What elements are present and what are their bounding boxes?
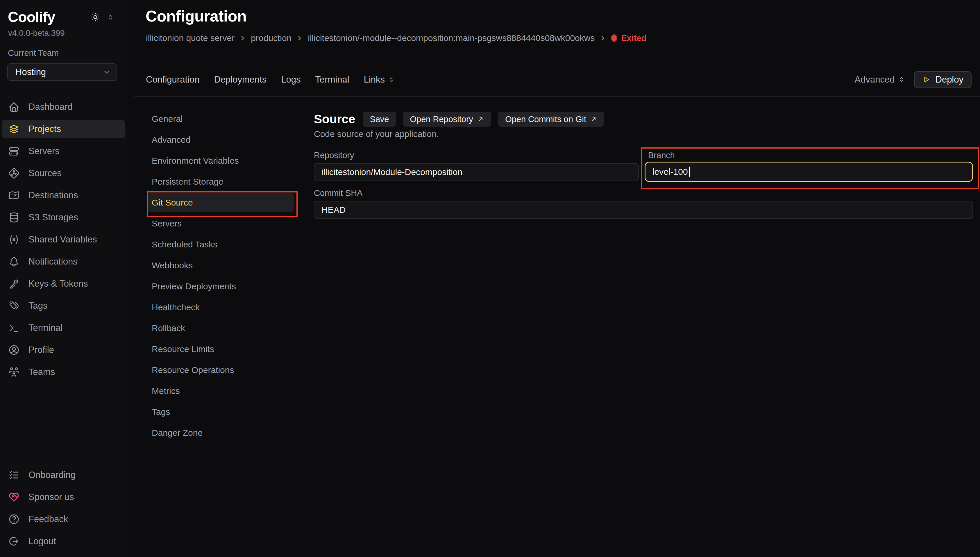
save-button[interactable]: Save [363,112,396,127]
status-dot-icon [611,34,617,42]
arrow-up-right-icon [477,116,484,123]
play-icon [922,75,931,84]
commit-sha-input[interactable]: HEAD [314,201,973,219]
chevrons-up-down-icon [898,76,905,83]
tab-links[interactable]: Links [364,75,395,85]
subnav-item-resource-operations[interactable]: Resource Operations [148,361,294,379]
subnav-item-git-source[interactable]: Git Source [148,193,294,212]
arrow-up-right-icon [590,116,597,123]
sidebar-item-keys-tokens[interactable]: Keys & Tokens [2,275,125,292]
source-heading: Source [314,112,355,126]
sidebar-item-projects[interactable]: Projects [2,121,125,138]
sidebar-item-label: Logout [28,536,56,547]
tabbar-divider [134,96,980,96]
sidebar-item-label: Destinations [28,190,78,200]
chevron-right-icon [296,34,303,42]
subnav-item-general[interactable]: General [148,109,294,128]
theme-selector-chevrons-icon[interactable] [107,13,114,21]
sidebar-item-label: S3 Storages [28,212,78,223]
sidebar-item-label: Keys & Tokens [28,278,88,289]
subnav-item-tags[interactable]: Tags [148,402,294,421]
config-subnav: General Advanced Environment Variables P… [148,109,294,445]
subnav-item-advanced[interactable]: Advanced [148,130,294,149]
breadcrumb-application[interactable]: illicitestonion/-module--decomposition:m… [308,33,595,43]
users-group-icon [8,366,20,378]
sidebar-item-label: Servers [28,146,60,156]
sidebar-item-shared-variables[interactable]: Shared Variables [2,231,125,248]
text-cursor [689,166,690,177]
sidebar-item-dashboard[interactable]: Dashboard [2,98,125,116]
user-circle-icon [8,344,20,356]
team-select-value: Hosting [15,67,46,77]
sidebar-item-label: Profile [28,345,54,355]
current-team-label: Current Team [8,48,59,58]
sidebar-item-profile[interactable]: Profile [2,341,125,359]
breadcrumb-project[interactable]: illicitonion quote server [146,33,234,43]
bell-icon [8,256,20,267]
chevrons-up-down-icon [388,76,395,83]
sidebar-item-label: Onboarding [28,470,76,480]
sun-icon[interactable] [90,11,101,23]
sidebar-item-sponsor-us[interactable]: Sponsor us [2,489,125,506]
sidebar-item-label: Tags [28,301,47,311]
server-icon [8,145,20,157]
sidebar-item-terminal[interactable]: Terminal [2,319,125,337]
source-description: Code source of your application. [314,129,439,139]
tab-deployments[interactable]: Deployments [214,75,267,85]
commit-sha-label: Commit SHA [314,188,363,198]
deploy-button[interactable]: Deploy [914,71,972,88]
subnav-item-servers[interactable]: Servers [148,214,294,233]
terminal-icon [8,322,20,334]
sidebar-item-notifications[interactable]: Notifications [2,253,125,270]
breadcrumb-environment[interactable]: production [251,33,291,43]
repository-label: Repository [314,150,354,160]
advanced-dropdown[interactable]: Advanced [855,75,905,85]
sidebar-footer-nav: Onboarding Sponsor us Feedback Logout [0,466,127,555]
tab-configuration[interactable]: Configuration [146,75,199,85]
subnav-item-persistent-storage[interactable]: Persistent Storage [148,173,294,191]
subnav-item-metrics[interactable]: Metrics [148,382,294,400]
status-text: Exited [621,33,646,43]
database-icon [8,212,20,223]
tab-terminal[interactable]: Terminal [315,75,349,85]
subnav-item-danger-zone[interactable]: Danger Zone [148,423,294,442]
subnav-item-environment-variables[interactable]: Environment Variables [148,151,294,170]
sidebar-item-teams[interactable]: Teams [2,363,125,381]
sidebar-item-sources[interactable]: Sources [2,164,125,182]
help-circle-icon [8,513,20,525]
open-commits-button[interactable]: Open Commits on Git [498,112,604,127]
subnav-item-healthcheck[interactable]: Healthcheck [148,298,294,317]
branch-label: Branch [648,150,675,160]
sidebar-item-logout[interactable]: Logout [2,533,125,550]
sidebar-item-onboarding[interactable]: Onboarding [2,466,125,484]
team-select[interactable]: Hosting [7,64,117,81]
sidebar-item-tags[interactable]: Tags [2,297,125,314]
heart-handshake-icon [8,491,20,503]
sidebar-item-feedback[interactable]: Feedback [2,510,125,528]
subnav-item-resource-limits[interactable]: Resource Limits [148,340,294,358]
chevron-right-icon [599,34,606,42]
open-repository-button[interactable]: Open Repository [403,112,491,127]
braces-x-icon [8,234,20,245]
repository-input[interactable]: illicitestonion/Module-Decomposition [314,163,639,181]
coolify-app: Coolify v4.0.0-beta.399 Current Team Hos… [0,0,980,557]
map-icon [8,189,20,201]
logout-icon [8,536,20,547]
sidebar-item-label: Terminal [28,323,62,333]
sidebar-item-destinations[interactable]: Destinations [2,187,125,204]
sidebar-item-s3-storages[interactable]: S3 Storages [2,209,125,226]
subnav-item-preview-deployments[interactable]: Preview Deployments [148,277,294,296]
sidebar-item-label: Teams [28,367,55,377]
main-area: Configuration illicitonion quote server … [128,0,980,557]
sidebar: Coolify v4.0.0-beta.399 Current Team Hos… [0,0,127,557]
subnav-item-scheduled-tasks[interactable]: Scheduled Tasks [148,235,294,254]
subnav-item-webhooks[interactable]: Webhooks [148,256,294,275]
subnav-item-rollback[interactable]: Rollback [148,319,294,337]
chevron-right-icon [239,34,246,42]
branch-input[interactable]: level-100 [645,162,973,182]
tab-bar: Configuration Deployments Logs Terminal … [146,75,395,85]
status-badge: Exited [611,33,646,43]
brand-logo: Coolify [8,9,55,26]
tab-logs[interactable]: Logs [281,75,301,85]
sidebar-item-servers[interactable]: Servers [2,142,125,160]
